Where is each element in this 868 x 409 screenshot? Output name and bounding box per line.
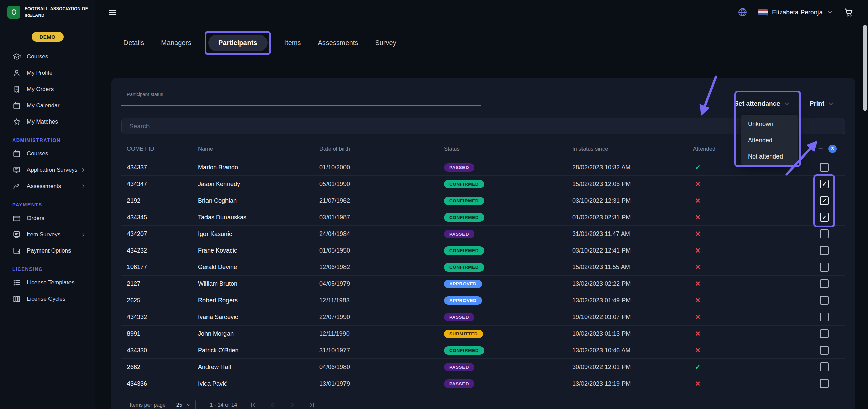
participant-row: 2127William Bruton04/05/1979APPROVED13/0… xyxy=(121,275,845,292)
sidebar-item-courses[interactable]: Courses xyxy=(0,146,95,162)
previous-page-icon[interactable] xyxy=(269,401,276,409)
sidebar-item-label: My Calendar xyxy=(27,102,59,109)
row-checkbox[interactable] xyxy=(820,229,829,238)
dob-cell: 05/01/1990 xyxy=(319,181,444,188)
sidebar-item-license-templates[interactable]: License Templates xyxy=(0,275,95,291)
sidebar-item-application-surveys[interactable]: Application Surveys xyxy=(0,162,95,178)
next-page-icon[interactable] xyxy=(289,401,296,409)
tab-bar: DetailsManagersParticipantsItemsAssessme… xyxy=(123,32,868,54)
sidebar-item-assessments[interactable]: Assessments xyxy=(0,178,95,194)
tab-participants[interactable]: Participants xyxy=(208,35,267,51)
chevron-right-icon xyxy=(80,183,87,190)
row-checkbox[interactable]: ✓ xyxy=(820,196,829,205)
status-cell: CONFIRMED xyxy=(444,246,572,255)
attended-cell: ✕ xyxy=(693,263,808,271)
row-checkbox[interactable]: ✓ xyxy=(820,213,829,222)
checkbox-cell: ✓ xyxy=(808,196,845,205)
tab-managers[interactable]: Managers xyxy=(161,39,191,47)
status-badge: SUBMITTED xyxy=(444,330,483,338)
sidebar-item-payment-options[interactable]: Payment Options xyxy=(0,243,95,259)
sidebar-item-courses[interactable]: Courses xyxy=(0,49,95,65)
status-badge: CONFIRMED xyxy=(444,246,484,255)
print-button[interactable]: Print xyxy=(810,100,835,107)
comet-id-cell: 2662 xyxy=(127,364,198,371)
attendance-option-not-attended[interactable]: Not attended xyxy=(741,148,798,165)
row-checkbox[interactable] xyxy=(820,246,829,255)
sidebar-item-orders[interactable]: Orders xyxy=(0,210,95,226)
tab-assessments[interactable]: Assessments xyxy=(318,39,358,47)
not-attended-x-icon: ✕ xyxy=(693,247,701,254)
sidebar-item-my-profile[interactable]: My Profile xyxy=(0,65,95,81)
column-header-name[interactable]: Name xyxy=(198,146,319,152)
items-per-page-select[interactable]: 25 xyxy=(172,399,196,409)
participant-row: 434232Frane Kovacic01/05/1950CONFIRMED03… xyxy=(121,242,845,259)
name-cell: Gerald Devine xyxy=(198,264,319,271)
row-checkbox[interactable] xyxy=(820,379,829,388)
sidebar-item-item-surveys[interactable]: Item Surveys xyxy=(0,226,95,243)
row-checkbox[interactable] xyxy=(820,362,829,371)
not-attended-x-icon: ✕ xyxy=(693,280,701,287)
cart-icon[interactable] xyxy=(844,7,854,17)
not-attended-x-icon: ✕ xyxy=(693,313,701,321)
select-all-indeterminate-checkbox[interactable]: – xyxy=(816,144,825,153)
status-badge: PASSED xyxy=(444,163,474,172)
dob-cell: 12/06/1982 xyxy=(319,264,444,271)
globe-icon[interactable] xyxy=(737,7,748,17)
column-header-in-status-since[interactable]: In status since xyxy=(572,146,693,152)
not-attended-x-icon: ✕ xyxy=(693,297,701,304)
sidebar-item-my-orders[interactable]: My Orders xyxy=(0,81,95,97)
in-status-since-cell: 15/02/2023 12:05 PM xyxy=(572,181,693,188)
column-header-comet-id[interactable]: COMET ID xyxy=(127,146,198,152)
tab-details[interactable]: Details xyxy=(123,39,144,47)
sidebar-item-license-cycles[interactable]: License Cycles xyxy=(0,291,95,307)
not-attended-x-icon: ✕ xyxy=(693,380,701,387)
row-checkbox[interactable]: ✓ xyxy=(820,180,829,188)
checkbox-cell xyxy=(808,346,845,355)
attended-cell: ✕ xyxy=(693,296,808,304)
status-cell: PASSED xyxy=(444,379,572,388)
first-page-icon[interactable] xyxy=(249,401,257,409)
table-footer: Items per page 25 1 - 14 of 14 xyxy=(121,396,845,409)
sidebar-item-my-matches[interactable]: My Matches xyxy=(0,114,95,130)
attendance-option-unknown[interactable]: Unknown xyxy=(741,116,798,132)
set-attendance-button[interactable]: Set attendance xyxy=(734,100,791,107)
row-checkbox[interactable] xyxy=(820,346,829,355)
row-checkbox[interactable] xyxy=(820,329,829,338)
comet-id-cell: 434332 xyxy=(127,314,198,321)
menu-icon[interactable] xyxy=(107,7,118,17)
in-status-since-cell: 19/10/2022 03:07 PM xyxy=(572,314,693,321)
attended-cell: ✕ xyxy=(693,280,808,288)
row-checkbox[interactable] xyxy=(820,296,829,305)
row-checkbox[interactable] xyxy=(820,263,829,272)
sidebar-item-label: Courses xyxy=(27,53,48,60)
row-checkbox[interactable] xyxy=(820,313,829,321)
tab-survey[interactable]: Survey xyxy=(375,39,396,47)
column-header-status[interactable]: Status xyxy=(444,146,572,152)
dob-cell: 04/06/1980 xyxy=(319,364,444,371)
participant-status-select[interactable]: Participant status xyxy=(121,92,481,106)
column-header-date-of-birth[interactable]: Date of birth xyxy=(319,146,444,152)
row-checkbox[interactable] xyxy=(820,163,829,172)
sidebar-item-my-calendar[interactable]: My Calendar xyxy=(0,97,95,114)
status-badge: PASSED xyxy=(444,379,474,388)
user-menu[interactable]: Elizabeta Peronja xyxy=(758,8,833,16)
sidebar-item-label: Assessments xyxy=(27,183,61,190)
row-checkbox[interactable] xyxy=(820,279,829,288)
participant-status-underline xyxy=(121,105,481,106)
search-input[interactable] xyxy=(129,123,837,130)
last-page-icon[interactable] xyxy=(308,401,316,409)
checkbox-cell xyxy=(808,246,845,255)
attendance-option-attended[interactable]: Attended xyxy=(741,132,798,148)
tab-items[interactable]: Items xyxy=(284,39,301,47)
name-cell: Ivica Pavić xyxy=(198,380,319,387)
not-attended-x-icon: ✕ xyxy=(693,230,701,238)
attended-cell: ✕ xyxy=(693,330,808,338)
pagination-range: 1 - 14 of 14 xyxy=(210,402,237,408)
receipt-icon xyxy=(12,85,21,94)
dob-cell: 01/05/1950 xyxy=(319,247,444,254)
scrollbar-thumb[interactable] xyxy=(863,25,867,111)
sidebar-item-label: Payment Options xyxy=(27,247,71,254)
dob-cell: 12/11/1990 xyxy=(319,330,444,337)
checkbox-cell xyxy=(808,379,845,388)
sidebar-item-label: My Profile xyxy=(27,70,53,76)
